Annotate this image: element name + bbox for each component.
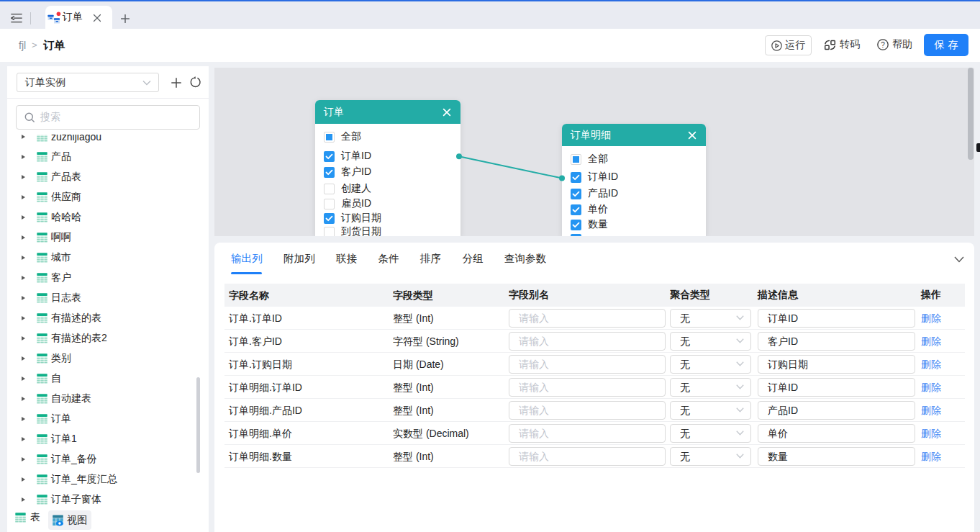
svg-text:?: ? [881,41,885,49]
